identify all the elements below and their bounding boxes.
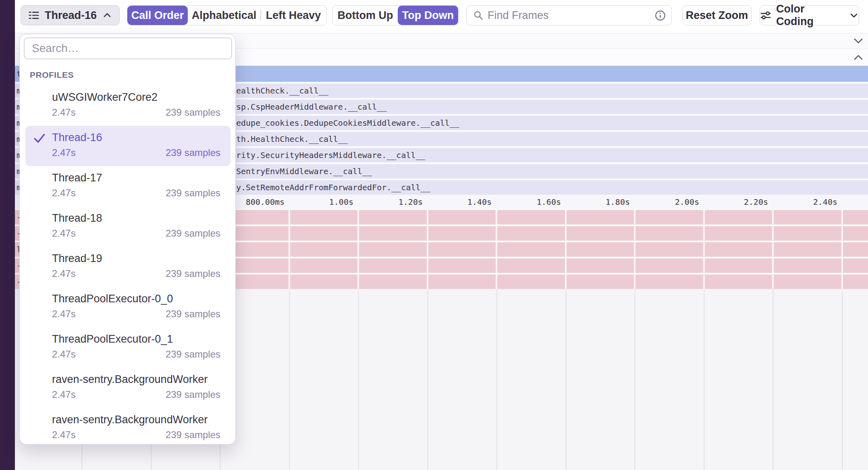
profile-sample-count: 239 samples <box>166 106 220 119</box>
frame-label: th.HealthCheck.__call__ <box>236 132 348 146</box>
info-icon[interactable] <box>655 10 666 21</box>
frame-label: SentryEnvMiddleware.__call__ <box>236 164 372 179</box>
profile-name: Thread-18 <box>52 211 102 225</box>
thread-selector-label: Thread-16 <box>45 9 97 22</box>
time-axis-label: 1.60s <box>484 195 561 209</box>
time-axis-label: 1.20s <box>346 195 423 209</box>
toolbar: Thread-16 Call OrderAlphabeticalLeft Hea… <box>15 0 868 33</box>
time-gridline <box>358 289 359 470</box>
time-axis-label: 1.00s <box>277 195 353 209</box>
time-gridline <box>565 209 567 289</box>
profile-name: raven-sentry.BackgroundWorker <box>52 413 208 426</box>
search-icon <box>473 10 484 21</box>
time-gridline <box>772 289 774 470</box>
profiling-flamegraph-app: Thread-16 Call OrderAlphabeticalLeft Hea… <box>0 0 868 470</box>
dropdown-search-input[interactable] <box>24 37 232 59</box>
profile-list-item[interactable]: ThreadPoolExecutor-0_02.47s239 samples <box>25 287 230 327</box>
profile-duration: 2.47s <box>52 389 76 401</box>
time-gridline <box>496 209 497 289</box>
time-gridline <box>496 289 497 470</box>
chevron-down-icon[interactable] <box>853 38 863 44</box>
frame-label: ealthCheck.__call__ <box>236 83 328 98</box>
list-icon <box>28 10 39 21</box>
profile-duration: 2.47s <box>52 268 76 280</box>
profile-name: Thread-16 <box>52 131 102 144</box>
profile-duration: 2.47s <box>52 308 76 320</box>
sort-option-alphabetical[interactable]: Alphabetical <box>188 6 260 25</box>
sort-option-left-heavy[interactable]: Left Heavy <box>261 6 326 25</box>
time-axis-label: 1.80s <box>553 195 630 209</box>
profile-duration: 2.47s <box>52 106 76 119</box>
find-frames-input[interactable] <box>488 9 651 22</box>
time-gridline <box>427 209 428 289</box>
direction-option-bottom-up[interactable]: Bottom Up <box>333 6 398 25</box>
profile-name: ThreadPoolExecutor-0_1 <box>52 332 173 346</box>
time-axis-label: 2.40s <box>761 195 837 209</box>
thread-selector-button[interactable]: Thread-16 <box>21 5 120 25</box>
profile-sample-count: 239 samples <box>166 308 220 320</box>
profile-name: uWSGIWorker7Core2 <box>52 90 158 104</box>
sort-order-segmented-control: Call OrderAlphabeticalLeft Heavy <box>127 5 327 25</box>
time-gridline <box>841 209 843 289</box>
frame-label: y.SetRemoteAddrFromForwardedFor.__call__ <box>236 180 430 195</box>
checkmark-icon <box>33 132 46 144</box>
time-gridline <box>634 289 635 470</box>
color-coding-button[interactable]: Color Coding <box>760 5 859 25</box>
profile-name: Thread-19 <box>52 252 102 265</box>
profile-list-item[interactable]: Thread-172.47s239 samples <box>25 166 230 206</box>
time-gridline <box>842 289 843 470</box>
profile-sample-count: 239 samples <box>166 187 220 199</box>
time-gridline <box>357 209 359 289</box>
color-coding-label: Color Coding <box>776 3 844 28</box>
sliders-icon <box>760 10 771 21</box>
time-gridline <box>289 289 290 470</box>
profile-duration: 2.47s <box>52 147 76 159</box>
time-gridline <box>289 209 290 289</box>
frame-label: rity.SecurityHeadersMiddleware.__call__ <box>236 148 426 162</box>
frame-label: sp.CspHeaderMiddleware.__call__ <box>236 100 386 114</box>
time-gridline <box>634 209 635 289</box>
profile-sample-count: 239 samples <box>166 268 220 280</box>
chevron-up-icon <box>102 10 112 20</box>
profile-sample-count: 239 samples <box>166 429 220 441</box>
chevron-up-icon[interactable] <box>853 54 863 60</box>
profile-sample-count: 239 samples <box>166 227 220 239</box>
profile-duration: 2.47s <box>52 187 76 199</box>
profile-name: Thread-17 <box>52 171 102 185</box>
profile-sample-count: 239 samples <box>166 348 220 360</box>
time-axis-label: 1.40s <box>415 195 492 209</box>
direction-segmented-control: Bottom UpTop Down <box>332 5 459 25</box>
profile-list-item[interactable]: uWSGIWorker7Core22.47s239 samples <box>25 85 230 126</box>
profile-sample-count: 239 samples <box>166 147 220 159</box>
chevron-down-icon <box>849 10 859 20</box>
profile-sample-count: 239 samples <box>166 389 220 401</box>
profiles-section-label: PROFILES <box>30 70 74 80</box>
direction-option-top-down[interactable]: Top Down <box>398 6 458 25</box>
time-gridline <box>704 289 705 470</box>
profile-list-item[interactable]: Thread-192.47s239 samples <box>25 247 230 287</box>
profile-duration: 2.47s <box>52 429 76 441</box>
find-frames-box <box>466 5 672 25</box>
sort-option-call-order[interactable]: Call Order <box>127 6 188 25</box>
profile-list-item[interactable]: ThreadPoolExecutor-0_12.47s239 samples <box>25 327 230 368</box>
time-gridline <box>772 209 774 289</box>
time-gridline <box>427 289 428 470</box>
profile-list-item[interactable]: raven-sentry.BackgroundWorker2.47s239 sa… <box>25 368 230 408</box>
time-gridline <box>565 289 567 470</box>
profile-duration: 2.47s <box>52 348 76 360</box>
profile-name: ThreadPoolExecutor-0_0 <box>52 292 173 306</box>
profile-duration: 2.47s <box>52 227 76 239</box>
profile-list-item[interactable]: raven-sentry.BackgroundWorker2.47s239 sa… <box>25 408 230 445</box>
profile-name: raven-sentry.BackgroundWorker <box>52 372 208 386</box>
thread-dropdown-panel: PROFILES uWSGIWorker7Core22.47s239 sampl… <box>19 34 236 445</box>
time-axis-label: 2.20s <box>691 195 768 209</box>
profile-list-item[interactable]: Thread-162.47s239 samples <box>25 126 230 166</box>
time-gridline <box>703 209 705 289</box>
frame-label: edupe_cookies.DedupeCookiesMiddleware.__… <box>236 116 459 130</box>
time-axis-label: 2.00s <box>623 195 699 209</box>
left-sidebar-strip <box>0 0 15 470</box>
profile-list-item[interactable]: Thread-182.47s239 samples <box>25 206 230 247</box>
reset-zoom-button[interactable]: Reset Zoom <box>682 5 752 25</box>
